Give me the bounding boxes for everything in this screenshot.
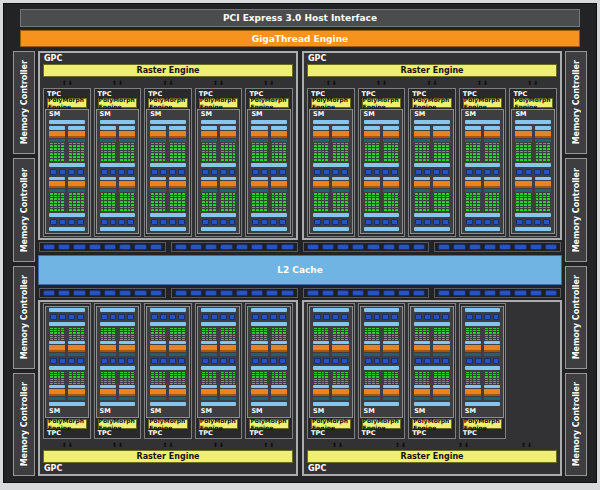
cuda-core [120,156,123,158]
cuda-core [322,376,325,377]
cuda-core [415,151,418,153]
cuda-core [376,335,379,336]
cuda-core [206,332,209,333]
cuda-core [485,209,488,211]
cuda-core [213,372,216,373]
cuda-core [376,332,379,333]
shared-memory-bar [251,120,287,124]
cuda-core [318,381,321,382]
cuda-core [151,332,154,333]
cuda-core [155,330,158,331]
core-grid [119,143,135,161]
cuda-core [155,159,158,161]
cuda-core [104,377,107,378]
cuda-core [524,156,527,158]
dispatch-unit-bar [535,131,551,138]
cuda-core [438,377,441,378]
cuda-core [178,156,181,158]
cuda-core [376,143,379,145]
cuda-core [108,332,111,333]
cuda-core [283,332,286,333]
cuda-core [376,330,379,331]
cuda-core [337,159,340,161]
load-store-unit [151,314,158,320]
register-file-bar [332,139,348,142]
interconnect-segment [150,244,162,250]
cuda-core [434,145,437,147]
cuda-core [384,159,387,161]
core-grid [271,143,287,161]
register-file-bar [220,353,236,356]
load-store-row [201,219,237,225]
interconnect-segment [545,290,557,296]
cuda-core [155,148,158,150]
cuda-core [283,328,286,329]
cuda-core [419,339,422,340]
load-store-unit [261,169,268,175]
cuda-core [473,198,476,200]
cuda-core [283,377,286,378]
dispatch-unit-bar [364,389,380,396]
cuda-core [229,204,232,206]
gpc-label: GPC [306,54,558,63]
cuda-core [345,379,348,380]
cuda-core [384,143,387,145]
interconnect-segment [352,244,364,250]
cuda-core [54,209,57,211]
cuda-core [213,374,216,375]
cuda-core [368,204,371,206]
cuda-core [256,196,259,198]
cuda-core [275,328,278,329]
tpc-label: TPC [146,429,190,437]
cuda-core [229,383,232,384]
sm-box: SM [197,306,241,418]
cuda-core [272,159,275,161]
cuda-core [77,339,80,340]
cuda-core [61,335,64,336]
cuda-core [81,145,84,147]
core-grid [220,143,236,161]
cuda-core [54,159,57,161]
cuda-core [314,196,317,198]
cuda-core [159,379,162,380]
cuda-core [229,333,232,334]
cuda-core [485,153,488,155]
cuda-core [392,156,395,158]
cuda-core [225,372,228,373]
cuda-core [81,332,84,333]
cuda-core [337,198,340,200]
cuda-core [325,332,328,333]
core-grid [383,372,399,384]
load-store-row [465,314,501,320]
cuda-core [221,330,224,331]
cuda-core [466,151,469,153]
cuda-core [279,201,282,203]
cuda-core [174,339,177,340]
cuda-core [112,207,115,209]
register-file-bar [465,353,481,356]
cuda-core [314,148,317,150]
shared-memory-bar [49,402,85,406]
cuda-core [213,379,216,380]
cuda-core [520,196,523,198]
sm-partition-column [535,126,551,161]
cuda-core [318,156,321,158]
load-store-unit [323,169,330,175]
register-file-bar [201,397,217,400]
sm-partition-column [414,177,430,212]
cuda-core [163,207,166,209]
cuda-core [318,209,321,211]
cuda-core [427,159,430,161]
load-store-unit [391,169,398,175]
warp-scheduler-bar [68,341,84,345]
cuda-core [423,153,426,155]
cuda-core [497,374,500,375]
cuda-core [473,383,476,384]
cuda-core [497,207,500,209]
cuda-core [77,374,80,375]
load-store-unit [525,219,532,225]
cuda-core [182,374,185,375]
cuda-core [213,328,216,329]
cuda-core [174,376,177,377]
polymorph-engine-bar: PolyMorph Engine [47,419,87,429]
